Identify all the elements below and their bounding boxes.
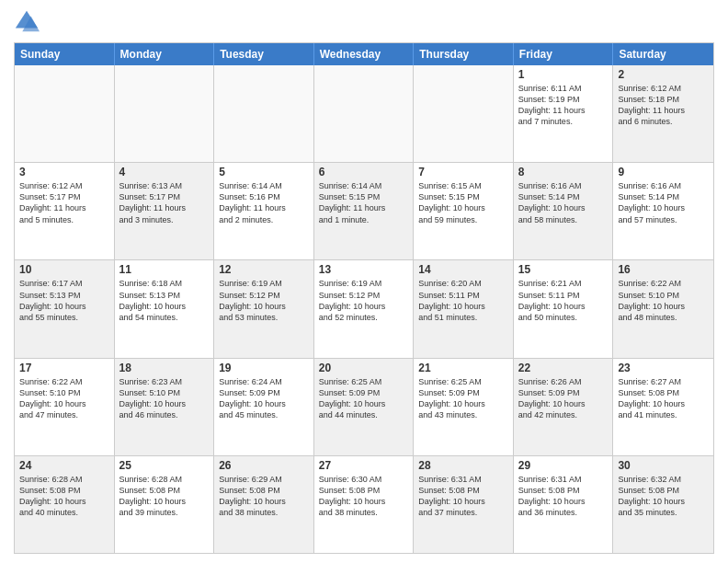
day-cell-16: 16Sunrise: 6:22 AM Sunset: 5:10 PM Dayli… — [613, 260, 713, 357]
day-cell-24: 24Sunrise: 6:28 AM Sunset: 5:08 PM Dayli… — [15, 456, 115, 553]
day-info: Sunrise: 6:30 AM Sunset: 5:08 PM Dayligh… — [319, 474, 409, 519]
day-number: 9 — [618, 166, 709, 178]
day-number: 24 — [19, 459, 109, 472]
day-cell-4: 4Sunrise: 6:13 AM Sunset: 5:17 PM Daylig… — [115, 163, 215, 259]
day-info: Sunrise: 6:22 AM Sunset: 5:10 PM Dayligh… — [618, 278, 709, 323]
day-number: 28 — [418, 459, 508, 472]
day-info: Sunrise: 6:31 AM Sunset: 5:08 PM Dayligh… — [418, 474, 508, 519]
day-cell-27: 27Sunrise: 6:30 AM Sunset: 5:08 PM Dayli… — [314, 456, 415, 553]
day-cell-23: 23Sunrise: 6:27 AM Sunset: 5:08 PM Dayli… — [613, 359, 713, 455]
calendar: SundayMondayTuesdayWednesdayThursdayFrid… — [14, 42, 714, 554]
day-info: Sunrise: 6:32 AM Sunset: 5:08 PM Dayligh… — [618, 474, 709, 519]
weekday-header-thursday: Thursday — [414, 43, 514, 65]
day-cell-7: 7Sunrise: 6:15 AM Sunset: 5:15 PM Daylig… — [414, 163, 514, 259]
day-number: 8 — [518, 166, 609, 178]
logo-icon — [14, 9, 40, 35]
day-info: Sunrise: 6:23 AM Sunset: 5:10 PM Dayligh… — [119, 376, 210, 421]
day-info: Sunrise: 6:16 AM Sunset: 5:14 PM Dayligh… — [518, 180, 609, 225]
day-number: 23 — [618, 362, 709, 374]
logo — [14, 9, 43, 35]
day-number: 15 — [518, 263, 609, 276]
day-info: Sunrise: 6:16 AM Sunset: 5:14 PM Dayligh… — [618, 180, 709, 225]
weekday-header-sunday: Sunday — [15, 43, 115, 65]
day-number: 29 — [518, 459, 609, 472]
day-cell-30: 30Sunrise: 6:32 AM Sunset: 5:08 PM Dayli… — [613, 456, 713, 553]
day-info: Sunrise: 6:25 AM Sunset: 5:09 PM Dayligh… — [418, 376, 508, 421]
empty-cell-0-3 — [314, 65, 415, 162]
weekday-header-wednesday: Wednesday — [314, 43, 415, 65]
day-number: 11 — [119, 263, 210, 276]
day-info: Sunrise: 6:14 AM Sunset: 5:16 PM Dayligh… — [219, 180, 309, 225]
day-info: Sunrise: 6:29 AM Sunset: 5:08 PM Dayligh… — [219, 474, 309, 519]
day-number: 30 — [618, 459, 709, 472]
day-info: Sunrise: 6:18 AM Sunset: 5:13 PM Dayligh… — [119, 278, 210, 323]
day-info: Sunrise: 6:24 AM Sunset: 5:09 PM Dayligh… — [219, 376, 309, 421]
day-number: 10 — [19, 263, 109, 276]
day-number: 2 — [618, 68, 709, 81]
day-info: Sunrise: 6:11 AM Sunset: 5:19 PM Dayligh… — [518, 83, 609, 128]
day-cell-29: 29Sunrise: 6:31 AM Sunset: 5:08 PM Dayli… — [514, 456, 614, 553]
calendar-row-1: 3Sunrise: 6:12 AM Sunset: 5:17 PM Daylig… — [15, 163, 713, 260]
day-cell-12: 12Sunrise: 6:19 AM Sunset: 5:12 PM Dayli… — [214, 260, 314, 357]
day-cell-6: 6Sunrise: 6:14 AM Sunset: 5:15 PM Daylig… — [314, 163, 415, 259]
day-number: 16 — [618, 263, 709, 276]
day-info: Sunrise: 6:12 AM Sunset: 5:18 PM Dayligh… — [618, 83, 709, 128]
day-info: Sunrise: 6:15 AM Sunset: 5:15 PM Dayligh… — [418, 180, 508, 225]
day-number: 14 — [418, 263, 508, 276]
header — [14, 9, 714, 35]
empty-cell-0-4 — [414, 65, 514, 162]
empty-cell-0-0 — [15, 65, 115, 162]
day-info: Sunrise: 6:19 AM Sunset: 5:12 PM Dayligh… — [219, 278, 309, 323]
day-cell-8: 8Sunrise: 6:16 AM Sunset: 5:14 PM Daylig… — [514, 163, 614, 259]
day-info: Sunrise: 6:12 AM Sunset: 5:17 PM Dayligh… — [19, 180, 109, 225]
day-number: 13 — [319, 263, 409, 276]
weekday-header-saturday: Saturday — [613, 43, 713, 65]
day-info: Sunrise: 6:13 AM Sunset: 5:17 PM Dayligh… — [119, 180, 210, 225]
day-number: 19 — [219, 362, 309, 374]
day-info: Sunrise: 6:25 AM Sunset: 5:09 PM Dayligh… — [319, 376, 409, 421]
day-cell-25: 25Sunrise: 6:28 AM Sunset: 5:08 PM Dayli… — [115, 456, 215, 553]
day-cell-18: 18Sunrise: 6:23 AM Sunset: 5:10 PM Dayli… — [115, 359, 215, 455]
day-cell-15: 15Sunrise: 6:21 AM Sunset: 5:11 PM Dayli… — [514, 260, 614, 357]
day-number: 21 — [418, 362, 508, 374]
weekday-header-tuesday: Tuesday — [214, 43, 314, 65]
day-info: Sunrise: 6:31 AM Sunset: 5:08 PM Dayligh… — [518, 474, 609, 519]
day-number: 26 — [219, 459, 309, 472]
day-number: 22 — [518, 362, 609, 374]
page: SundayMondayTuesdayWednesdayThursdayFrid… — [0, 0, 728, 563]
day-info: Sunrise: 6:17 AM Sunset: 5:13 PM Dayligh… — [19, 278, 109, 323]
calendar-row-3: 17Sunrise: 6:22 AM Sunset: 5:10 PM Dayli… — [15, 359, 713, 456]
day-cell-3: 3Sunrise: 6:12 AM Sunset: 5:17 PM Daylig… — [15, 163, 115, 259]
empty-cell-0-1 — [115, 65, 215, 162]
day-cell-1: 1Sunrise: 6:11 AM Sunset: 5:19 PM Daylig… — [514, 65, 614, 162]
day-cell-21: 21Sunrise: 6:25 AM Sunset: 5:09 PM Dayli… — [414, 359, 514, 455]
day-info: Sunrise: 6:20 AM Sunset: 5:11 PM Dayligh… — [418, 278, 508, 323]
day-cell-5: 5Sunrise: 6:14 AM Sunset: 5:16 PM Daylig… — [214, 163, 314, 259]
day-number: 1 — [518, 68, 609, 81]
calendar-row-4: 24Sunrise: 6:28 AM Sunset: 5:08 PM Dayli… — [15, 456, 713, 553]
day-info: Sunrise: 6:14 AM Sunset: 5:15 PM Dayligh… — [319, 180, 409, 225]
day-number: 20 — [319, 362, 409, 374]
day-number: 6 — [319, 166, 409, 178]
day-cell-13: 13Sunrise: 6:19 AM Sunset: 5:12 PM Dayli… — [314, 260, 415, 357]
day-number: 5 — [219, 166, 309, 178]
day-cell-26: 26Sunrise: 6:29 AM Sunset: 5:08 PM Dayli… — [214, 456, 314, 553]
day-info: Sunrise: 6:19 AM Sunset: 5:12 PM Dayligh… — [319, 278, 409, 323]
empty-cell-0-2 — [214, 65, 314, 162]
day-number: 12 — [219, 263, 309, 276]
day-cell-17: 17Sunrise: 6:22 AM Sunset: 5:10 PM Dayli… — [15, 359, 115, 455]
weekday-header-friday: Friday — [514, 43, 614, 65]
day-info: Sunrise: 6:28 AM Sunset: 5:08 PM Dayligh… — [19, 474, 109, 519]
weekday-header-monday: Monday — [115, 43, 215, 65]
day-number: 17 — [19, 362, 109, 374]
day-number: 27 — [319, 459, 409, 472]
day-number: 7 — [418, 166, 508, 178]
calendar-row-0: 1Sunrise: 6:11 AM Sunset: 5:19 PM Daylig… — [15, 65, 713, 163]
day-cell-9: 9Sunrise: 6:16 AM Sunset: 5:14 PM Daylig… — [613, 163, 713, 259]
day-number: 25 — [119, 459, 210, 472]
day-cell-2: 2Sunrise: 6:12 AM Sunset: 5:18 PM Daylig… — [613, 65, 713, 162]
calendar-row-2: 10Sunrise: 6:17 AM Sunset: 5:13 PM Dayli… — [15, 260, 713, 358]
calendar-header: SundayMondayTuesdayWednesdayThursdayFrid… — [15, 43, 713, 65]
day-info: Sunrise: 6:26 AM Sunset: 5:09 PM Dayligh… — [518, 376, 609, 421]
day-cell-20: 20Sunrise: 6:25 AM Sunset: 5:09 PM Dayli… — [314, 359, 415, 455]
